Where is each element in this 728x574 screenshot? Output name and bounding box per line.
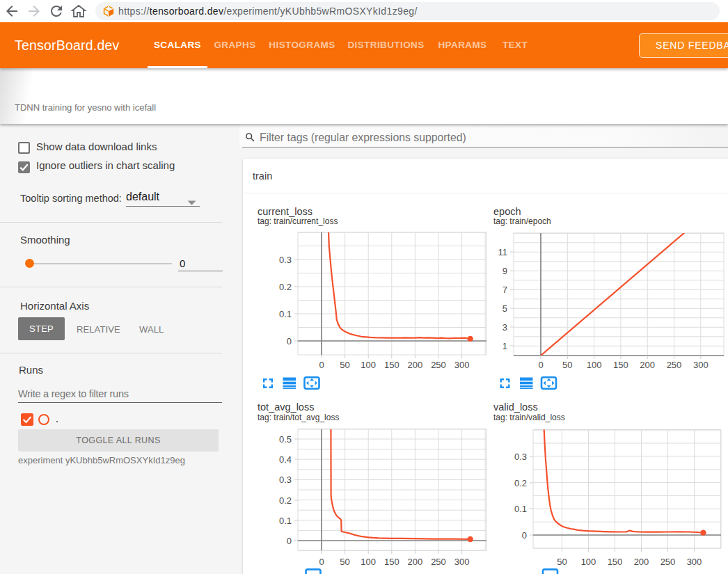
svg-text:0: 0 xyxy=(287,336,292,346)
svg-text:200: 200 xyxy=(640,360,655,370)
svg-text:0.1: 0.1 xyxy=(279,516,292,526)
svg-text:250: 250 xyxy=(431,557,446,567)
svg-text:0: 0 xyxy=(287,536,292,546)
svg-text:100: 100 xyxy=(361,360,376,370)
svg-text:0.2: 0.2 xyxy=(279,282,292,292)
svg-text:3: 3 xyxy=(503,322,507,333)
svg-text:1: 1 xyxy=(503,341,507,351)
svg-text:0.2: 0.2 xyxy=(279,495,292,506)
svg-text:150: 150 xyxy=(384,557,399,567)
svg-text:0.4: 0.4 xyxy=(279,454,292,465)
svg-text:0: 0 xyxy=(522,530,527,541)
svg-text:250: 250 xyxy=(431,360,446,370)
svg-text:100: 100 xyxy=(587,360,602,370)
svg-text:200: 200 xyxy=(634,557,649,567)
svg-text:9: 9 xyxy=(503,266,507,276)
svg-text:300: 300 xyxy=(687,557,702,567)
svg-text:150: 150 xyxy=(613,360,628,370)
svg-text:7: 7 xyxy=(503,285,507,295)
svg-text:150: 150 xyxy=(608,557,623,567)
svg-text:0: 0 xyxy=(319,360,324,370)
svg-text:250: 250 xyxy=(660,557,676,567)
svg-text:250: 250 xyxy=(667,360,682,370)
svg-text:200: 200 xyxy=(408,557,423,567)
svg-text:150: 150 xyxy=(384,360,399,370)
svg-text:200: 200 xyxy=(408,360,423,370)
svg-text:50: 50 xyxy=(340,557,349,567)
svg-text:0.2: 0.2 xyxy=(514,478,527,488)
svg-text:100: 100 xyxy=(361,557,376,567)
svg-text:11: 11 xyxy=(498,247,508,257)
svg-text:100: 100 xyxy=(581,557,596,567)
svg-text:0.5: 0.5 xyxy=(279,434,292,445)
svg-text:0: 0 xyxy=(538,360,543,370)
svg-text:50: 50 xyxy=(340,360,349,370)
svg-text:300: 300 xyxy=(454,360,470,370)
svg-text:300: 300 xyxy=(693,360,709,370)
svg-text:0: 0 xyxy=(319,557,324,567)
svg-text:0.3: 0.3 xyxy=(514,452,527,462)
svg-text:50: 50 xyxy=(557,557,567,567)
svg-text:0.1: 0.1 xyxy=(279,309,292,319)
svg-text:0.1: 0.1 xyxy=(514,504,527,514)
svg-text:0.3: 0.3 xyxy=(279,475,292,485)
svg-text:0.3: 0.3 xyxy=(279,255,292,265)
svg-text:5: 5 xyxy=(503,303,507,314)
svg-text:50: 50 xyxy=(562,360,572,370)
svg-text:300: 300 xyxy=(454,557,470,567)
